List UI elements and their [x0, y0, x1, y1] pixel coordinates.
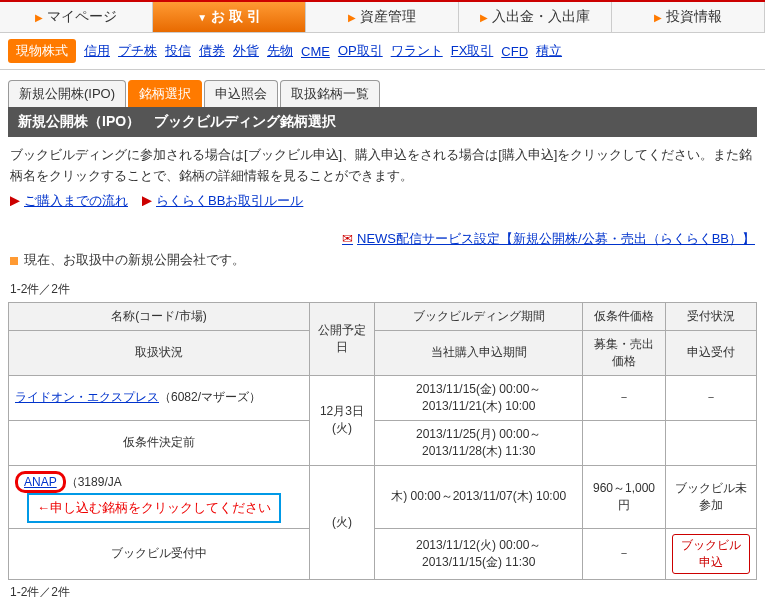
subnav-link[interactable]: CFD	[501, 44, 528, 59]
annotation-callout: ←申し込む銘柄をクリックしてください	[27, 493, 281, 523]
th-buy-period: 当社購入申込期間	[374, 330, 582, 375]
subnav-current[interactable]: 現物株式	[8, 39, 76, 63]
subnav-link[interactable]: CME	[301, 44, 330, 59]
subnav-link[interactable]: 先物	[267, 42, 293, 60]
subnav-link[interactable]: 債券	[199, 42, 225, 60]
stock-name-link[interactable]: ANAP	[24, 475, 57, 489]
result-count-bottom: 1-2件／2件	[10, 584, 755, 597]
chevron-right-icon: ▶	[348, 12, 356, 23]
table-row: 仮条件決定前 2013/11/25(月) 00:00～2013/11/28(木)…	[9, 420, 757, 465]
topnav-tab-deposit[interactable]: ▶入出金・入出庫	[459, 2, 612, 32]
cell-date: 12月3日(火)	[309, 375, 374, 465]
subnav-link[interactable]: ワラント	[391, 42, 443, 60]
link-bb-rule[interactable]: らくらくBBお取引ルール	[142, 191, 303, 212]
topnav-tab-info[interactable]: ▶投資情報	[612, 2, 765, 32]
table-row: ライドオン・エクスプレス（6082/マザーズ） 12月3日(火) 2013/11…	[9, 375, 757, 420]
topnav-tab-mypage[interactable]: ▶マイページ	[0, 2, 153, 32]
link-news-setting[interactable]: NEWS配信サービス設定【新規公開株/公募・売出（らくらくBB）】	[342, 231, 755, 246]
subnav-link[interactable]: OP取引	[338, 42, 383, 60]
th-name: 名称(コード/市場)	[9, 302, 310, 330]
chevron-right-icon: ▶	[654, 12, 662, 23]
stock-code: （6082/マザーズ）	[159, 390, 261, 404]
cell-name: ANAP （3189/JA ←申し込む銘柄をクリックしてください	[9, 465, 310, 528]
th-bb-period: ブックビルディング期間	[374, 302, 582, 330]
th-offer-price: 募集・売出価格	[583, 330, 665, 375]
chevron-right-icon: ▶	[35, 12, 43, 23]
cell-offer	[583, 420, 665, 465]
bookbuild-apply-button[interactable]: ブックビル申込	[672, 534, 750, 574]
subnav-link[interactable]: プチ株	[118, 42, 157, 60]
top-nav: ▶マイページ ▼お 取 引 ▶資産管理 ▶入出金・入出庫 ▶投資情報	[0, 0, 765, 33]
sub-nav: 現物株式 信用 プチ株 投信 債券 外貨 先物 CME OP取引 ワラント FX…	[0, 33, 765, 70]
status-text: 現在、お取扱中の新規公開会社です。	[10, 250, 755, 271]
cell-buy-period: 2013/11/25(月) 00:00～2013/11/28(木) 11:30	[374, 420, 582, 465]
highlight-circle: ANAP	[15, 471, 66, 493]
cell-apply	[665, 420, 756, 465]
cell-bb-period: 2013/11/15(金) 00:00～2013/11/21(木) 10:00	[374, 375, 582, 420]
chevron-down-icon: ▼	[197, 12, 207, 23]
stock-name-link[interactable]: ライドオン・エクスプレス	[15, 390, 159, 404]
th-recv: 受付状況	[665, 302, 756, 330]
th-date: 公開予定日	[309, 302, 374, 375]
subnav-link[interactable]: 積立	[536, 42, 562, 60]
ipo-table: 名称(コード/市場) 公開予定日 ブックビルディング期間 仮条件価格 受付状況 …	[8, 302, 757, 580]
tab-list[interactable]: 取扱銘柄一覧	[280, 80, 380, 107]
cell-bb-period: 木) 00:00～2013/11/07(木) 10:00	[374, 465, 582, 528]
tab-ipo[interactable]: 新規公開株(IPO)	[8, 80, 126, 107]
tab-apply-query[interactable]: 申込照会	[204, 80, 278, 107]
cell-status: 仮条件決定前	[9, 420, 310, 465]
intro-text: ブックビルディングに参加される場合は[ブックビル申込]、購入申込をされる場合は[…	[10, 145, 755, 187]
tab-select[interactable]: 銘柄選択	[128, 80, 202, 107]
cell-prov: －	[583, 375, 665, 420]
cell-recv: ブックビル未参加	[665, 465, 756, 528]
content: ブックビルディングに参加される場合は[ブックビル申込]、購入申込をされる場合は[…	[0, 137, 765, 279]
cell-prov: 960～1,000円	[583, 465, 665, 528]
topnav-tab-trade[interactable]: ▼お 取 引	[153, 2, 306, 32]
chevron-right-icon: ▶	[480, 12, 488, 23]
cell-status: ブックビル受付中	[9, 528, 310, 579]
th-prov-price: 仮条件価格	[583, 302, 665, 330]
cell-recv: －	[665, 375, 756, 420]
page-title: 新規公開株（IPO） ブックビルディング銘柄選択	[8, 107, 757, 137]
table-row: ANAP （3189/JA ←申し込む銘柄をクリックしてください (火) 木) …	[9, 465, 757, 528]
topnav-tab-asset[interactable]: ▶資産管理	[306, 2, 459, 32]
cell-offer: －	[583, 528, 665, 579]
th-apply: 申込受付	[665, 330, 756, 375]
link-purchase-flow[interactable]: ご購入までの流れ	[10, 191, 128, 212]
table-row: ブックビル受付中 2013/11/12(火) 00:00～2013/11/15(…	[9, 528, 757, 579]
subnav-link[interactable]: FX取引	[451, 42, 494, 60]
result-count-top: 1-2件／2件	[10, 281, 755, 298]
stock-code: （3189/JA	[66, 475, 121, 489]
tab-bar: 新規公開株(IPO) 銘柄選択 申込照会 取扱銘柄一覧	[8, 80, 757, 107]
th-status: 取扱状況	[9, 330, 310, 375]
subnav-link[interactable]: 信用	[84, 42, 110, 60]
subnav-link[interactable]: 投信	[165, 42, 191, 60]
cell-apply: ブックビル申込	[665, 528, 756, 579]
cell-date: (火)	[309, 465, 374, 579]
cell-buy-period: 2013/11/12(火) 00:00～2013/11/15(金) 11:30	[374, 528, 582, 579]
cell-name: ライドオン・エクスプレス（6082/マザーズ）	[9, 375, 310, 420]
subnav-link[interactable]: 外貨	[233, 42, 259, 60]
